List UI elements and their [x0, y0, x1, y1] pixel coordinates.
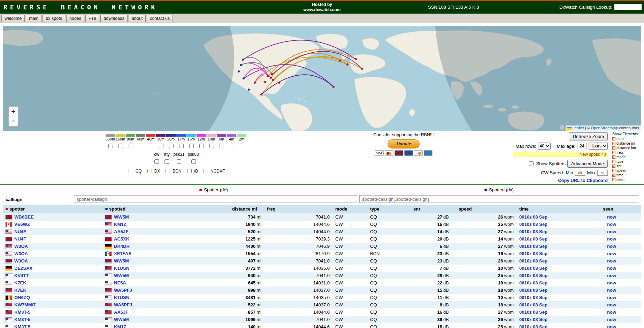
seen-link[interactable]: now [607, 280, 616, 285]
band-checkbox[interactable] [240, 144, 244, 148]
seen-link[interactable]: now [607, 251, 616, 256]
spotter-callsign-link[interactable]: KM3T-5 [14, 310, 30, 315]
checked-checkbox-icon[interactable] [612, 142, 615, 145]
zoom-in-button[interactable]: + [9, 107, 18, 116]
advanced-mode-button[interactable]: Advanced Mode [567, 160, 608, 168]
nav-item[interactable]: downloads [100, 15, 128, 22]
checked-checkbox-icon[interactable] [612, 155, 615, 159]
spotter-callsign-link[interactable]: VE6WZ [14, 222, 30, 227]
type-checkbox[interactable] [204, 169, 208, 173]
time-cell[interactable]: 0010z 08 Sep [516, 221, 600, 228]
type-checkbox[interactable] [129, 169, 133, 173]
time-cell[interactable]: 0010z 08 Sep [516, 316, 600, 323]
time-cell[interactable]: 0010z 08 Sep [516, 323, 600, 328]
seen-link[interactable]: now [607, 310, 616, 315]
seen-link[interactable]: now [607, 317, 616, 322]
seen-link[interactable]: now [607, 258, 616, 264]
nav-item[interactable]: FT8 [85, 15, 99, 22]
checked-checkbox-icon[interactable] [612, 165, 615, 168]
spotted-callsign-link[interactable]: WW5M [114, 317, 129, 322]
band-checkbox[interactable] [159, 144, 163, 148]
spotter-callsign-link[interactable]: NU4F [14, 229, 26, 234]
band-checkbox[interactable] [220, 144, 224, 148]
mode-checkbox[interactable] [154, 159, 159, 164]
cw-speed-min-input[interactable] [575, 170, 585, 176]
spotter-callsign-link[interactable]: W3OA [14, 244, 28, 249]
nav-item[interactable]: dx spots [43, 15, 65, 22]
spotter-callsign-link[interactable]: K7EK [14, 280, 26, 285]
checked-checkbox-icon[interactable] [612, 160, 615, 163]
seen-link[interactable]: now [607, 302, 616, 307]
band-checkbox[interactable] [139, 144, 143, 148]
spotted-callsign-link[interactable]: K1USN [114, 266, 129, 271]
donate-button[interactable]: Donate [388, 139, 420, 148]
seen-link[interactable]: now [607, 236, 616, 242]
band-checkbox[interactable] [169, 144, 174, 148]
band-checkbox[interactable] [230, 144, 234, 148]
mode-checkbox[interactable] [177, 159, 181, 164]
seen-link[interactable]: now [607, 295, 616, 300]
seen-link[interactable]: now [607, 244, 616, 249]
time-cell[interactable]: 0010z 08 Sep [516, 243, 600, 250]
type-checkbox[interactable] [166, 169, 170, 173]
nav-item[interactable]: contact us [147, 15, 173, 22]
type-checkbox[interactable] [147, 169, 152, 173]
band-checkbox[interactable] [189, 144, 194, 148]
time-cell[interactable]: 0010z 08 Sep [516, 294, 600, 301]
seen-link[interactable]: now [607, 214, 616, 220]
time-cell[interactable]: 0010z 08 Sep [516, 301, 600, 308]
band-checkbox[interactable] [179, 144, 184, 148]
spotted-callsign-input[interactable] [359, 195, 639, 203]
show-spotters-checkbox[interactable] [529, 161, 534, 166]
spotted-callsign-link[interactable]: WW5M [114, 258, 129, 264]
spotted-callsign-link[interactable]: K1USN [114, 295, 129, 300]
time-cell[interactable]: 0010z 08 Sep [516, 265, 600, 272]
checked-checkbox-icon[interactable] [612, 137, 615, 140]
spotter-callsign-link[interactable]: KW7MM/7 [14, 302, 36, 307]
time-cell[interactable]: 0010z 08 Sep [516, 250, 600, 257]
max-rows-select[interactable]: 40 [538, 143, 551, 150]
spotter-callsign-link[interactable]: KV4TT [14, 273, 29, 278]
spotted-callsign-link[interactable]: WW5M [114, 273, 129, 278]
spotted-callsign-link[interactable]: KM1Z [114, 324, 126, 328]
spotted-callsign-link[interactable]: AC5XK [114, 236, 129, 242]
time-cell[interactable]: 0010z 08 Sep [516, 228, 600, 235]
seen-link[interactable]: now [607, 266, 616, 271]
spotter-callsign-link[interactable]: KM3T-5 [14, 317, 30, 322]
spotted-callsign-link[interactable]: WA5PFJ [114, 288, 132, 293]
spotter-callsign-link[interactable]: WB6BEE [14, 214, 34, 220]
checked-checkbox-icon[interactable] [612, 178, 615, 181]
max-age-input[interactable] [577, 143, 587, 149]
callsign-lookup-input[interactable] [614, 4, 642, 10]
seen-link[interactable]: now [607, 222, 616, 227]
spotter-callsign-link[interactable]: DE2SAX [14, 266, 32, 271]
band-checkbox[interactable] [149, 144, 153, 148]
spotted-callsign-link[interactable]: DK4DR [114, 244, 130, 249]
checked-checkbox-icon[interactable] [612, 169, 615, 172]
band-checkbox[interactable] [129, 144, 133, 148]
spotted-callsign-link[interactable]: XE1FAS [114, 251, 131, 256]
time-cell[interactable]: 0010z 08 Sep [516, 287, 600, 294]
spotted-callsign-link[interactable]: AA5JF [114, 310, 128, 315]
map-section[interactable]: + − Leaflet | © OpenStreetMap contributo… [3, 26, 641, 131]
nav-item[interactable]: nodes [66, 15, 84, 22]
time-cell[interactable]: 0010z 08 Sep [516, 308, 600, 316]
nav-item[interactable]: main [26, 15, 41, 22]
spotter-callsign-link[interactable]: K7EK [14, 288, 26, 293]
time-cell[interactable]: 0010z 08 Sep [516, 213, 600, 221]
spotted-callsign-link[interactable]: AA5JF [114, 229, 128, 234]
spotter-callsign-link[interactable]: NU4F [14, 236, 26, 242]
time-cell[interactable]: 0010z 08 Sep [516, 272, 600, 279]
osm-link[interactable]: OpenStreetMap [591, 126, 618, 130]
band-checkbox[interactable] [118, 144, 123, 148]
band-checkbox[interactable] [108, 144, 113, 148]
band-checkbox[interactable] [199, 144, 204, 148]
spotter-callsign-link[interactable]: ON6ZQ [14, 295, 30, 300]
type-checkbox[interactable] [187, 169, 192, 173]
leaflet-link[interactable]: Leaflet [573, 126, 584, 130]
seen-link[interactable]: now [607, 288, 616, 293]
cw-speed-max-input[interactable] [597, 170, 608, 176]
spotter-callsign-link[interactable]: W3OA [14, 258, 28, 264]
seen-link[interactable]: now [607, 324, 616, 328]
zoom-out-button[interactable]: − [9, 116, 18, 126]
